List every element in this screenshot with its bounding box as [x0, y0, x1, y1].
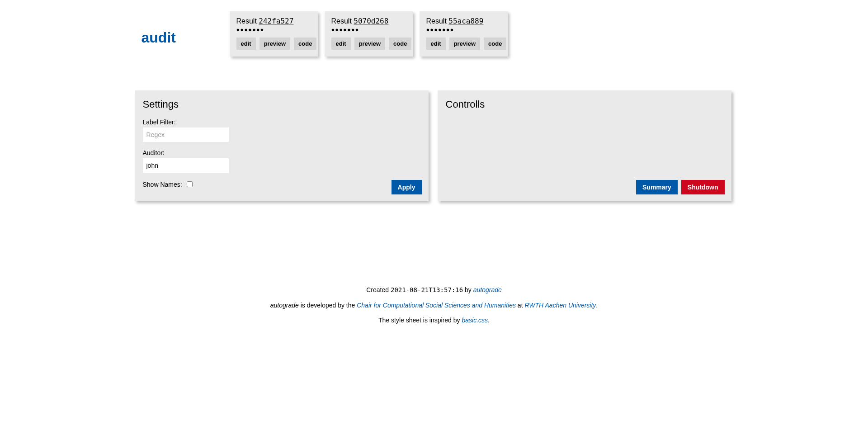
result-prefix: Result	[331, 17, 354, 25]
settings-panel: Settings Label Filter: Auditor: Show Nam…	[135, 90, 429, 201]
footer-by: by	[463, 286, 473, 293]
footer-autograde-em: autograde	[270, 302, 299, 309]
result-dots: ●●●●●●●	[236, 26, 311, 33]
show-names-checkbox[interactable]	[187, 181, 193, 187]
footer-basic-link[interactable]: basic.css	[462, 317, 488, 324]
result-title: Result 5070d268	[331, 17, 406, 25]
preview-button[interactable]: preview	[449, 38, 480, 50]
result-title: Result 242fa527	[236, 17, 311, 25]
result-card: Result 5070d268 ●●●●●●● edit preview cod…	[325, 11, 413, 57]
footer-dev-pre: is developed by the	[299, 302, 357, 309]
edit-button[interactable]: edit	[426, 38, 446, 50]
controls-panel: Controlls Summary Shutdown	[438, 90, 731, 201]
footer-period2: .	[488, 317, 490, 324]
result-dots: ●●●●●●●	[426, 26, 501, 33]
edit-button[interactable]: edit	[331, 38, 351, 50]
code-button[interactable]: code	[484, 38, 506, 50]
controls-heading: Controlls	[446, 99, 723, 110]
preview-button[interactable]: preview	[259, 38, 290, 50]
code-button[interactable]: code	[389, 38, 411, 50]
result-hash-link[interactable]: 242fa527	[259, 17, 293, 25]
auditor-input[interactable]	[143, 158, 229, 173]
footer-at: at	[516, 302, 524, 309]
auditor-label: Auditor:	[143, 149, 420, 156]
summary-button[interactable]: Summary	[636, 180, 678, 194]
footer-autograde-link[interactable]: autograde	[473, 286, 502, 293]
footer-period: .	[596, 302, 598, 309]
result-cards: Result 242fa527 ●●●●●●● edit preview cod…	[230, 11, 508, 57]
show-names-label: Show Names:	[143, 181, 182, 188]
result-hash-link[interactable]: 55aca889	[448, 17, 483, 25]
result-card: Result 242fa527 ●●●●●●● edit preview cod…	[230, 11, 318, 57]
apply-button[interactable]: Apply	[392, 180, 422, 194]
result-title: Result 55aca889	[426, 17, 501, 25]
footer-style-pre: The style sheet is inspired by	[378, 317, 462, 324]
result-prefix: Result	[426, 17, 449, 25]
label-filter-input[interactable]	[143, 128, 229, 142]
footer: Created 2021-08-21T13:57:16 by autograde…	[0, 283, 868, 346]
edit-button[interactable]: edit	[236, 38, 256, 50]
footer-timestamp: 2021-08-21T13:57:16	[391, 286, 463, 293]
shutdown-button[interactable]: Shutdown	[681, 180, 725, 194]
brand-title: audit	[135, 11, 223, 46]
result-dots: ●●●●●●●	[331, 26, 406, 33]
footer-chair-link[interactable]: Chair for Computational Social Sciences …	[357, 302, 516, 309]
footer-created-prefix: Created	[366, 286, 391, 293]
result-hash-link[interactable]: 5070d268	[354, 17, 388, 25]
label-filter-label: Label Filter:	[143, 118, 420, 126]
code-button[interactable]: code	[294, 38, 316, 50]
preview-button[interactable]: preview	[354, 38, 385, 50]
footer-uni-link[interactable]: RWTH Aachen University	[524, 302, 596, 309]
result-card: Result 55aca889 ●●●●●●● edit preview cod…	[420, 11, 508, 57]
settings-heading: Settings	[143, 99, 420, 110]
result-prefix: Result	[236, 17, 259, 25]
